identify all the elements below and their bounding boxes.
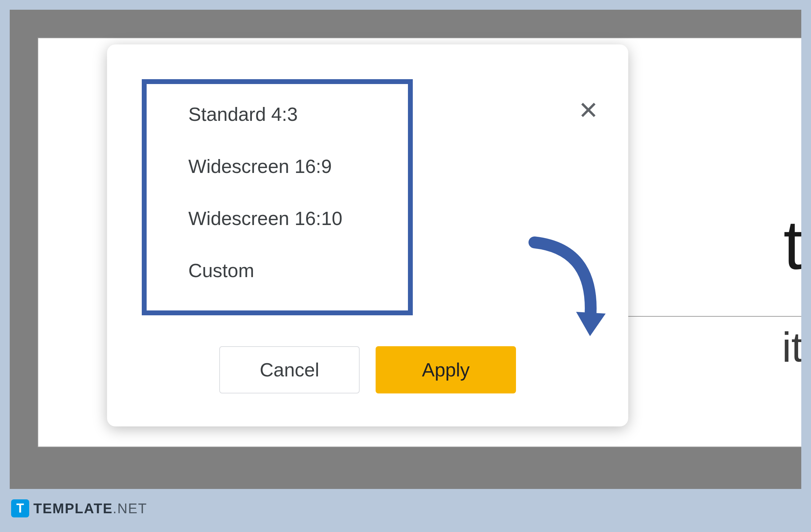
watermark-text: TEMPLATE.NET <box>33 501 147 516</box>
annotation-arrow-icon <box>521 235 618 347</box>
watermark-brand-light: .NET <box>113 501 147 516</box>
page-setup-dialog: ✕ Standard 4:3 Widescreen 16:9 Widescree… <box>107 44 628 426</box>
watermark-brand-bold: TEMPLATE <box>33 501 113 516</box>
option-widescreen-16-9[interactable]: Widescreen 16:9 <box>188 155 394 177</box>
option-standard-4-3[interactable]: Standard 4:3 <box>188 103 394 125</box>
cancel-button[interactable]: Cancel <box>219 346 360 393</box>
app-backdrop: tit itle ✕ Standard 4:3 Widescreen 16:9 … <box>10 10 801 489</box>
watermark: T TEMPLATE.NET <box>11 499 147 517</box>
option-widescreen-16-10[interactable]: Widescreen 16:10 <box>188 207 394 230</box>
watermark-logo-icon: T <box>11 499 29 517</box>
apply-button[interactable]: Apply <box>376 346 516 393</box>
close-icon[interactable]: ✕ <box>578 98 599 123</box>
tutorial-frame: tit itle ✕ Standard 4:3 Widescreen 16:9 … <box>0 0 811 532</box>
aspect-ratio-option-list: Standard 4:3 Widescreen 16:9 Widescreen … <box>142 79 413 315</box>
dialog-button-row: Cancel Apply <box>107 346 628 393</box>
slide-subtitle-fragment: itle <box>782 323 801 371</box>
slide-title-fragment: tit <box>783 205 801 285</box>
option-custom[interactable]: Custom <box>188 259 394 282</box>
